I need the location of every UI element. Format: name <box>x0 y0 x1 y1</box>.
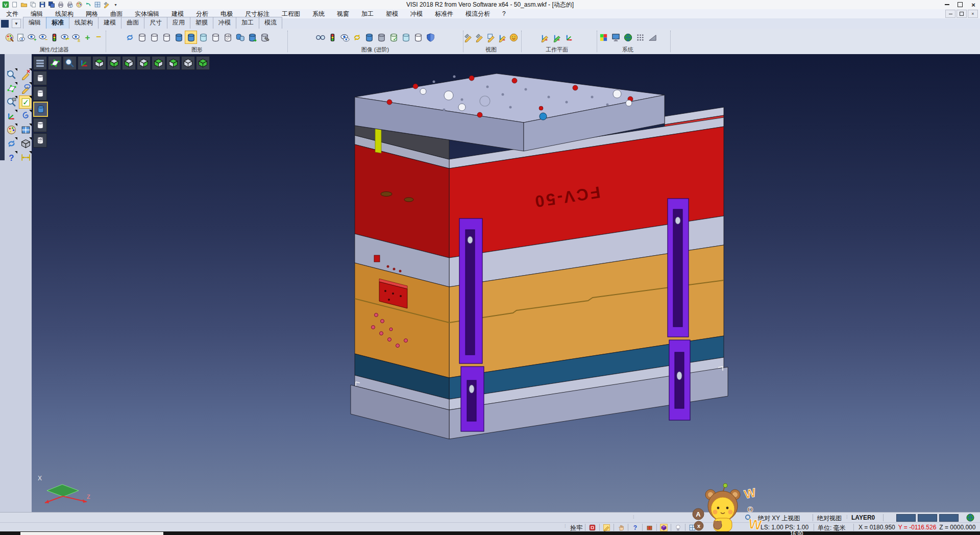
taskbar-item[interactable] <box>20 532 163 535</box>
cube-top-icon[interactable] <box>92 56 106 70</box>
toolbar-more-dropdown-icon[interactable]: ▾ <box>112 1 119 8</box>
cube-active-icon[interactable] <box>659 523 668 531</box>
package-box-icon[interactable] <box>645 523 654 531</box>
menu-item-17[interactable]: 模流分析 <box>459 9 496 19</box>
save-file-icon[interactable] <box>38 1 46 8</box>
visi-logo-icon[interactable]: V <box>2 1 9 8</box>
wrench-pencil-icon[interactable] <box>462 31 474 44</box>
cylinder-outline-icon[interactable] <box>160 31 173 44</box>
wrench-pencil-icon[interactable] <box>474 31 485 44</box>
plane-corners-icon[interactable] <box>5 82 17 94</box>
tab-建模[interactable]: 建模 <box>98 17 121 29</box>
plane-view-icon[interactable] <box>48 56 62 70</box>
menu-bars-icon[interactable] <box>33 56 47 70</box>
column-check-icon[interactable]: ✓ <box>387 31 400 44</box>
dimension-width-icon[interactable] <box>19 151 32 163</box>
new-file-icon[interactable] <box>11 1 18 8</box>
axes-pencil-green-icon[interactable] <box>551 31 563 44</box>
eye-refresh-icon[interactable] <box>60 31 71 44</box>
help-question-icon[interactable]: ? <box>5 151 17 163</box>
cylinder-outline-icon[interactable] <box>209 31 222 44</box>
tab-模流[interactable]: 模流 <box>259 17 282 29</box>
tab-塑膜[interactable]: 塑膜 <box>190 17 213 29</box>
cube-solid-icon[interactable] <box>196 56 210 70</box>
eye-plusminus-icon[interactable]: ± <box>71 31 82 44</box>
cube-gray-icon[interactable] <box>19 137 32 150</box>
grid-icon[interactable] <box>93 1 101 8</box>
layer-bar-2[interactable] <box>918 514 937 522</box>
open-file-icon[interactable] <box>20 1 28 8</box>
column-gray-icon[interactable] <box>375 31 387 44</box>
globe-green-icon[interactable] <box>622 31 634 44</box>
page-preview-icon[interactable] <box>15 31 27 44</box>
bulb-white-icon[interactable] <box>674 523 682 531</box>
cylinder-stack-icon[interactable] <box>234 31 246 44</box>
cube-back-icon[interactable] <box>166 56 180 70</box>
books-palette-icon[interactable] <box>5 124 17 136</box>
copy-file-icon[interactable] <box>29 1 37 8</box>
refresh-blue-icon[interactable] <box>124 31 136 44</box>
zoom-previous-icon[interactable] <box>63 56 77 70</box>
monitor-blue-icon[interactable] <box>609 31 622 44</box>
menu-item-14[interactable]: 塑模 <box>380 9 404 19</box>
glasses-cut-icon[interactable] <box>314 31 326 44</box>
dot-grid-icon[interactable] <box>634 31 646 44</box>
tab-加工[interactable]: 加工 <box>236 17 259 29</box>
zoom-solid-icon[interactable] <box>5 96 17 108</box>
shield-blue-icon[interactable] <box>424 31 436 44</box>
layer-bar-3[interactable] <box>939 514 959 522</box>
eye-layers-icon[interactable] <box>338 31 351 44</box>
cylinder-outline-icon[interactable] <box>33 71 47 85</box>
cube-iso-icon[interactable] <box>181 56 195 70</box>
cylinder-wrench-icon[interactable] <box>258 31 271 44</box>
cylinder-blue-active-icon[interactable] <box>185 31 197 44</box>
tab-标准[interactable]: 标准 <box>46 17 69 29</box>
cube-left-icon[interactable] <box>122 56 136 70</box>
axes-triad-icon[interactable] <box>5 110 17 122</box>
smiley-ball-icon[interactable] <box>508 31 520 44</box>
minimize-button[interactable] <box>940 1 953 9</box>
pencil-ellipse-icon[interactable] <box>19 82 32 94</box>
menu-item-15[interactable]: 冲模 <box>404 9 429 19</box>
axes-view-icon[interactable] <box>78 56 91 70</box>
tab-冲模[interactable]: 冲模 <box>213 17 236 29</box>
cylinder-outline-icon[interactable] <box>33 86 47 101</box>
pencil-axis-icon[interactable] <box>497 31 508 44</box>
cylinder-blue-icon[interactable] <box>173 31 185 44</box>
tab-尺寸[interactable]: 尺寸 <box>144 17 167 29</box>
mdi-close-button[interactable]: × <box>968 10 978 18</box>
maximize-button[interactable] <box>953 1 967 9</box>
column-outline-icon[interactable] <box>412 31 424 44</box>
cylinder-copy-icon[interactable] <box>246 31 258 44</box>
column-cyan-icon[interactable] <box>400 31 412 44</box>
axes-pencil-icon[interactable] <box>538 31 551 44</box>
layer-bar-1[interactable] <box>896 514 916 522</box>
window-panes-icon[interactable] <box>19 124 32 136</box>
spiral-curve-icon[interactable] <box>19 110 32 122</box>
axes-table-icon[interactable] <box>563 31 575 44</box>
cylinder-hatched-icon[interactable] <box>33 133 47 148</box>
save-all-icon[interactable] <box>47 1 55 8</box>
traffic-light-icon[interactable] <box>48 31 60 44</box>
pencil-grid-icon[interactable] <box>485 31 497 44</box>
color-grid-icon[interactable] <box>597 31 609 44</box>
mascot-badge[interactable]: A <box>696 510 701 518</box>
refresh-blue-icon[interactable] <box>5 137 17 150</box>
cylinder-outline-icon[interactable] <box>33 118 47 132</box>
globe-icon[interactable] <box>966 514 974 522</box>
add-green-icon[interactable]: + <box>82 31 93 44</box>
print-icon[interactable] <box>57 1 64 8</box>
print-preview-icon[interactable] <box>66 1 74 8</box>
eye-remove-icon[interactable]: − <box>37 31 48 44</box>
cylinder-blue-active-icon[interactable] <box>33 102 48 117</box>
tab-线架构[interactable]: 线架构 <box>69 17 99 29</box>
tab-曲面[interactable]: 曲面 <box>121 17 144 29</box>
grab-hand-icon[interactable] <box>617 523 625 531</box>
remove-yellow-icon[interactable]: − <box>93 31 104 44</box>
cube-bottom-icon[interactable] <box>107 56 121 70</box>
close-button[interactable]: × <box>967 1 980 9</box>
zoom-arrows-icon[interactable] <box>5 68 17 81</box>
refresh-yellow-icon[interactable] <box>351 31 363 44</box>
cylinder-cyan-icon[interactable] <box>197 31 209 44</box>
palette-brush-icon[interactable] <box>4 31 15 44</box>
